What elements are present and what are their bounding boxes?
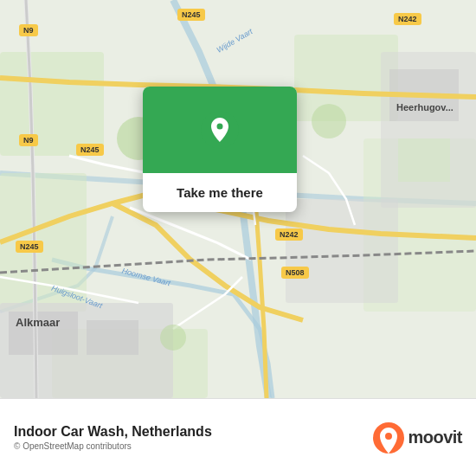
road-label-n242-top: N242 xyxy=(394,13,421,25)
svg-point-14 xyxy=(312,104,346,138)
svg-rect-12 xyxy=(286,199,398,303)
moovit-logo: moovit xyxy=(373,422,462,453)
road-label-n245-mid: N245 xyxy=(76,144,104,156)
city-label-alkmaar: Alkmaar xyxy=(16,316,60,329)
road-label-n9-top: N9 xyxy=(19,24,38,36)
svg-rect-11 xyxy=(398,138,450,182)
take-me-there-button[interactable]: Take me there xyxy=(143,173,297,212)
road-label-n9-mid: N9 xyxy=(19,134,38,146)
popup-card: Take me there xyxy=(143,87,297,212)
moovit-icon xyxy=(373,422,404,453)
road-label-n508: N508 xyxy=(281,267,309,279)
info-bar: Indoor Car Wash, Netherlands © OpenStree… xyxy=(0,398,476,476)
take-me-there-label: Take me there xyxy=(177,185,263,200)
info-left: Indoor Car Wash, Netherlands © OpenStree… xyxy=(14,424,212,451)
road-label-n242-mid: N242 xyxy=(275,228,303,241)
place-name: Indoor Car Wash, Netherlands xyxy=(14,424,212,440)
map-container: N9 N245 N242 N9 N245 N245 N242 N508 Alkm… xyxy=(0,0,476,398)
svg-rect-8 xyxy=(87,320,138,355)
svg-point-15 xyxy=(160,325,186,351)
location-pin-icon xyxy=(201,111,239,149)
city-label-heerhugowaard: Heerhugov... xyxy=(396,102,453,113)
osm-credit: © OpenStreetMap contributors xyxy=(14,441,212,451)
svg-rect-1 xyxy=(0,52,104,156)
road-label-n245-left: N245 xyxy=(16,241,43,253)
svg-point-17 xyxy=(217,124,222,129)
moovit-label: moovit xyxy=(408,428,462,447)
road-label-n245-top: N245 xyxy=(177,9,205,21)
popup-green-header xyxy=(143,87,297,173)
